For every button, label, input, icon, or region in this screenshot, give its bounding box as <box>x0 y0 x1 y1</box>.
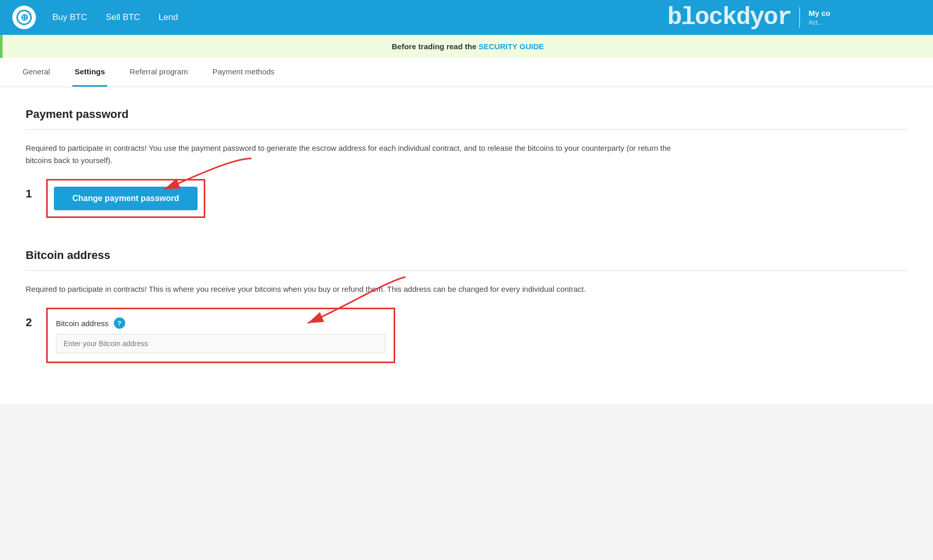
account-label: My co <box>808 9 830 17</box>
account-info[interactable]: My co Act... <box>808 9 830 26</box>
security-guide-link[interactable]: SECURITY GUIDE <box>478 42 543 51</box>
logo[interactable]: ⊕ <box>12 6 36 29</box>
security-banner: Before trading read the SECURITY GUIDE <box>0 35 933 58</box>
bitcoin-address-section: Bitcoin address Required to participate … <box>26 249 907 363</box>
logo-icon: ⊕ <box>16 10 32 25</box>
change-password-box: Change payment password <box>46 179 205 218</box>
bitcoin-address-label: Bitcoin address <box>56 319 109 328</box>
nav-buy-btc[interactable]: Buy BTC <box>52 12 87 23</box>
nav-sell-btc[interactable]: Sell BTC <box>106 12 140 23</box>
payment-password-title: Payment password <box>26 108 907 121</box>
section-divider-2 <box>26 270 907 271</box>
annotation-wrapper-1: 1 Change payment password <box>26 179 907 223</box>
section-divider-1 <box>26 129 907 130</box>
payment-password-description: Required to participate in contracts! Yo… <box>26 142 693 167</box>
bitcoin-address-input[interactable] <box>56 334 385 353</box>
tab-payment-methods[interactable]: Payment methods <box>210 58 277 87</box>
payment-password-section: Payment password Required to participate… <box>26 108 907 223</box>
annotation-wrapper-2: 2 Bitcoin address ? <box>26 308 907 363</box>
main-nav: Buy BTC Sell BTC Lend <box>52 12 178 23</box>
help-icon[interactable]: ? <box>114 317 125 329</box>
tab-referral[interactable]: Referral program <box>128 58 190 87</box>
bitcoin-address-header: Bitcoin address ? <box>56 317 385 329</box>
nav-lend[interactable]: Lend <box>159 12 178 23</box>
content-area: Payment password Required to participate… <box>0 87 933 404</box>
tab-general[interactable]: General <box>21 58 52 87</box>
bitcoin-address-description: Required to participate in contracts! Th… <box>26 283 693 295</box>
main-header: ⊕ Buy BTC Sell BTC Lend blockdyor My co … <box>0 0 933 35</box>
tab-settings[interactable]: Settings <box>72 58 107 87</box>
account-sub: Act... <box>808 19 822 26</box>
banner-prefix: Before trading read the <box>392 42 476 51</box>
header-divider <box>799 7 800 28</box>
brand-logo: blockdyor My co Act... <box>667 0 830 35</box>
bitcoin-address-box: Bitcoin address ? <box>46 308 395 363</box>
annotation-number-2: 2 <box>26 308 46 329</box>
annotation-number-1: 1 <box>26 179 46 201</box>
tabs-container: General Settings Referral program Paymen… <box>0 58 933 87</box>
bitcoin-address-title: Bitcoin address <box>26 249 907 262</box>
brand-text: blockdyor <box>667 4 791 31</box>
change-payment-password-button[interactable]: Change payment password <box>54 187 198 210</box>
